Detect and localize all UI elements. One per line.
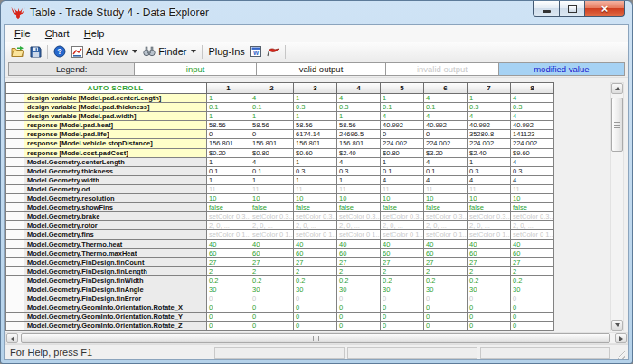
cell-r1c1[interactable]: 1 [207,94,250,103]
cell-r4c5[interactable]: 40.992 [381,121,424,130]
cell-r19c2[interactable]: 27 [250,258,294,267]
column-header-1[interactable]: 1 [207,82,250,94]
cell-r20c7[interactable]: 2 [468,267,511,276]
column-header-6[interactable]: 6 [424,82,468,94]
cell-r12c7[interactable]: 10 [468,194,511,203]
horizontal-scrollbar[interactable] [5,332,628,344]
cell-r15c4[interactable]: 2, 0, ... [337,221,381,230]
cell-r2c3[interactable]: 0.3 [294,103,337,112]
cell-r4c6[interactable]: 40.992 [424,121,468,130]
cell-r3c6[interactable]: 4 [424,112,468,121]
cell-r11c1[interactable]: 11 [207,185,250,194]
cell-r9c5[interactable]: 0.1 [381,167,424,176]
cell-r6c1[interactable]: 156.801 [207,139,250,148]
cell-r23c4[interactable]: 0 [337,294,381,303]
menu-help[interactable]: Help [77,26,112,41]
cell-r8c7[interactable]: 1 [468,158,511,167]
cell-r19c1[interactable]: 27 [207,258,250,267]
plugin-window-button[interactable]: W [248,45,264,58]
row-label[interactable]: Model.Geometry.rotor [24,221,207,230]
cell-r11c3[interactable]: 11 [294,185,337,194]
cell-r21c8[interactable]: 0.2 [511,276,554,285]
cell-r11c8[interactable]: 11 [511,185,554,194]
cell-r26c7[interactable]: 0 [468,322,511,331]
cell-r26c8[interactable]: 0 [511,322,554,331]
row-label[interactable]: Model.Geometry.centerLength [24,158,207,167]
row-label[interactable]: design variable [Model.pad.thickness] [24,103,207,112]
cell-r9c6[interactable]: 0.1 [424,167,468,176]
cell-r11c7[interactable]: 11 [468,185,511,194]
cell-r2c7[interactable]: 0.3 [468,103,511,112]
cell-r1c8[interactable]: 4 [511,94,554,103]
cell-r21c7[interactable]: 0.2 [468,276,511,285]
cell-r18c1[interactable]: 60 [207,249,250,258]
column-header-7[interactable]: 7 [468,82,511,94]
cell-r19c3[interactable]: 27 [294,258,337,267]
plugins-button[interactable]: Plug-Ins [205,45,247,58]
cell-r13c3[interactable]: false [294,203,337,212]
cell-r18c4[interactable]: 60 [337,249,381,258]
cell-r25c4[interactable]: 0 [337,313,381,322]
cell-r17c2[interactable]: 40 [250,240,294,249]
cell-r16c6[interactable]: setColor 0 1... [424,230,468,239]
cell-r22c7[interactable]: 30 [468,285,511,294]
cell-r14c5[interactable]: setColor 0.3... [381,212,424,221]
cell-r24c3[interactable]: 0 [294,303,337,313]
cell-r8c4[interactable]: 4 [337,158,381,167]
cell-r11c5[interactable]: 11 [381,185,424,194]
cell-r20c4[interactable]: 2 [337,267,381,276]
row-label[interactable]: Model.Geometry.FinDesign.finLength [24,267,207,276]
cell-r25c5[interactable]: 0 [381,313,424,322]
cell-r14c7[interactable]: setColor 0.3... [468,212,511,221]
horizontal-scroll-thumb[interactable] [21,333,610,343]
cell-r7c2[interactable]: $0.80 [250,149,294,158]
cell-r23c2[interactable]: 0 [250,294,294,303]
cell-r1c6[interactable]: 4 [424,94,468,103]
cell-r14c3[interactable]: setColor 0.3... [294,212,337,221]
scroll-right-button[interactable] [615,333,627,343]
row-label[interactable]: response [Model.pad.life] [24,130,207,139]
column-header-8[interactable]: 8 [511,82,554,94]
cell-r13c1[interactable]: false [207,203,250,212]
cell-r12c5[interactable]: 10 [381,194,424,203]
cell-r13c8[interactable]: false [511,203,554,212]
cell-r1c5[interactable]: 1 [381,94,424,103]
cell-r20c2[interactable]: 2 [250,267,294,276]
column-header-3[interactable]: 3 [294,82,337,94]
cell-r17c3[interactable]: 40 [294,240,337,249]
cell-r21c2[interactable]: 0.2 [250,276,294,285]
cell-r24c4[interactable]: 0 [337,303,381,313]
row-label[interactable]: response [Model.vehicle.stopDistance] [24,139,207,148]
cell-r18c5[interactable]: 60 [381,249,424,258]
cell-r11c6[interactable]: 11 [424,185,468,194]
cell-r25c2[interactable]: 0 [250,313,294,322]
cell-r5c5[interactable]: 0 [381,130,424,139]
column-header-4[interactable]: 4 [337,82,381,94]
cell-r18c3[interactable]: 60 [294,249,337,258]
cell-r14c8[interactable]: setColor 0.3... [511,212,554,221]
row-label[interactable]: design variable [Model.pad.width] [24,112,207,121]
cell-r8c6[interactable]: 4 [424,158,468,167]
cell-r3c1[interactable]: 1 [207,112,250,121]
row-label[interactable]: Model.Geometry.od [24,185,207,194]
cell-r1c2[interactable]: 4 [250,94,294,103]
row-label[interactable]: Model.Geometry.GeomInfo.Orientation.Rota… [24,303,207,313]
row-label[interactable]: Model.Geometry.FinDesign.finError [24,294,207,303]
column-header-2[interactable]: 2 [250,82,294,94]
cell-r16c2[interactable]: setColor 0 1... [250,230,294,239]
cell-r6c7[interactable]: 224.002 [468,139,511,148]
cell-r13c5[interactable]: false [381,203,424,212]
vertical-scroll-thumb[interactable] [611,98,623,152]
cell-r21c1[interactable]: 0.2 [207,276,250,285]
row-label[interactable]: Model.Geometry.resolution [24,194,207,203]
cell-r24c2[interactable]: 0 [250,303,294,313]
cell-r10c5[interactable]: 4 [381,176,424,185]
cell-r2c1[interactable]: 0.1 [207,103,250,112]
cell-r2c6[interactable]: 0.1 [424,103,468,112]
cell-r5c6[interactable]: 0 [424,130,468,139]
horizontal-scroll-track[interactable] [19,333,614,343]
close-button[interactable]: × [584,1,625,17]
add-view-button[interactable]: Add View [69,45,140,59]
cell-r3c5[interactable]: 4 [381,112,424,121]
row-label[interactable]: Model.Geometry.fins [24,230,207,239]
